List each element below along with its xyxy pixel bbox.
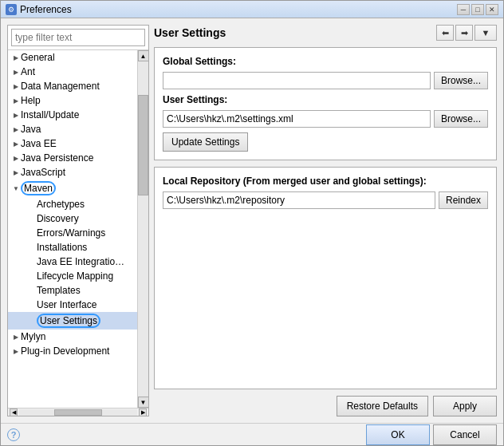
tree-item-data-management[interactable]: Data Management <box>8 79 137 93</box>
window-title: Preferences <box>20 4 457 15</box>
tree-item-help[interactable]: Help <box>8 93 137 108</box>
main-content: General Ant Data Management <box>1 18 503 423</box>
tree-arrow-help <box>11 96 21 105</box>
scroll-track[interactable] <box>138 61 148 397</box>
user-settings-input[interactable] <box>163 110 431 128</box>
tree-container: General Ant Data Management <box>8 50 137 408</box>
tree-arrow-installations <box>27 243 37 252</box>
scroll-left-button[interactable]: ◀ <box>10 409 18 416</box>
tree-item-java-ee-integration[interactable]: Java EE Integratio… <box>8 255 137 269</box>
tree-arrow-discovery <box>27 214 37 223</box>
tree-arrow-ant <box>11 67 21 77</box>
tree-arrow-plugin-development <box>11 346 21 356</box>
preferences-window: ⚙ Preferences ─ □ ✕ General <box>0 0 504 446</box>
tree-item-installations[interactable]: Installations <box>8 240 137 255</box>
tree-arrow-data-management <box>11 81 21 91</box>
title-bar: ⚙ Preferences ─ □ ✕ <box>1 1 503 18</box>
tree-arrow-errors-warnings <box>27 228 37 238</box>
tree-arrow-java-ee-integration <box>27 257 37 266</box>
user-browse-button[interactable]: Browse... <box>434 110 488 128</box>
forward-button[interactable]: ➡ <box>455 25 473 41</box>
tree-label-discovery: Discovery <box>37 213 79 224</box>
tree-item-ant[interactable]: Ant <box>8 65 137 79</box>
ok-button[interactable]: OK <box>366 424 430 445</box>
local-repo-row: Reindex <box>163 191 488 209</box>
tree-label-installations: Installations <box>37 242 87 253</box>
tree-label-plugin-development: Plug-in Development <box>21 345 109 357</box>
global-settings-section: Global Settings: Browse... User Settings… <box>154 47 497 160</box>
scroll-thumb[interactable] <box>138 95 148 195</box>
window-icon: ⚙ <box>6 4 17 15</box>
tree-label-lifecycle-mapping: Lifecycle Mapping <box>37 270 113 282</box>
tree-label-templates: Templates <box>37 285 81 296</box>
tree-item-templates[interactable]: Templates <box>8 283 137 298</box>
tree-label-java-ee: Java EE <box>21 138 57 149</box>
tree-arrow-templates <box>27 286 37 295</box>
tree-arrow-mylyn <box>11 332 21 341</box>
local-repo-input[interactable] <box>163 191 435 209</box>
tree-label-data-management: Data Management <box>21 81 100 92</box>
tree-item-install-update[interactable]: Install/Update <box>8 108 137 122</box>
minimize-button[interactable]: ─ <box>457 4 470 15</box>
tree-with-scroll: General Ant Data Management <box>8 50 148 408</box>
cancel-button[interactable]: Cancel <box>433 424 497 445</box>
tree-item-javascript[interactable]: JavaScript <box>8 165 137 180</box>
user-settings-row: Browse... <box>163 110 488 128</box>
left-panel: General Ant Data Management <box>7 25 149 416</box>
tree-item-plugin-development[interactable]: Plug-in Development <box>8 344 137 358</box>
close-button[interactable]: ✕ <box>486 4 498 15</box>
search-input[interactable] <box>11 29 145 46</box>
tree-arrow-javascript <box>11 168 21 177</box>
tree-label-errors-warnings: Errors/Warnings <box>37 227 105 239</box>
tree-arrow-java-persistence <box>11 153 21 163</box>
tree-label-ant: Ant <box>21 66 35 77</box>
apply-button[interactable]: Apply <box>433 396 497 416</box>
tree-arrow-user-settings <box>27 316 37 326</box>
tree-item-archetypes[interactable]: Archetypes <box>8 197 137 211</box>
tree-arrow-user-interface <box>27 300 37 310</box>
bottom-buttons: Restore Defaults Apply <box>154 396 497 416</box>
tree-item-maven[interactable]: Maven <box>8 180 137 197</box>
tree-item-discovery[interactable]: Discovery <box>8 211 137 226</box>
back-button[interactable]: ⬅ <box>436 25 454 41</box>
tree-item-java-ee[interactable]: Java EE <box>8 136 137 151</box>
restore-button[interactable]: □ <box>471 4 484 15</box>
tree-label-install-update: Install/Update <box>21 109 79 120</box>
tree-item-user-settings[interactable]: User Settings <box>8 312 137 330</box>
scroll-right-button[interactable]: ▶ <box>139 409 147 416</box>
help-icon[interactable]: ? <box>7 428 20 441</box>
global-browse-button[interactable]: Browse... <box>434 72 488 89</box>
horizontal-scrollbar[interactable]: ◀ ▶ <box>8 408 148 416</box>
status-bar: ? OK Cancel <box>1 423 503 445</box>
tree-item-java[interactable]: Java <box>8 122 137 136</box>
tree-label-java-persistence: Java Persistence <box>21 152 93 164</box>
right-panel: User Settings ⬅ ➡ ▼ Global Settings: Bro… <box>154 25 497 416</box>
reindex-button[interactable]: Reindex <box>439 191 488 209</box>
update-settings-button[interactable]: Update Settings <box>163 132 248 152</box>
scroll-thumb-h[interactable] <box>54 409 101 416</box>
tree-item-general[interactable]: General <box>8 50 137 65</box>
dropdown-button[interactable]: ▼ <box>474 25 497 41</box>
nav-buttons: ⬅ ➡ ▼ <box>436 25 497 41</box>
tree-item-errors-warnings[interactable]: Errors/Warnings <box>8 226 137 240</box>
tree-label-user-interface: User Interface <box>37 299 96 310</box>
tree-arrow-maven <box>11 184 21 193</box>
vertical-scrollbar[interactable]: ▲ ▼ <box>137 50 148 408</box>
restore-defaults-button[interactable]: Restore Defaults <box>337 396 428 416</box>
tree-arrow-archetypes <box>27 199 37 209</box>
tree-label-maven: Maven <box>21 181 56 195</box>
tree-item-mylyn[interactable]: Mylyn <box>8 330 137 344</box>
tree-item-java-persistence[interactable]: Java Persistence <box>8 151 137 165</box>
scroll-up-button[interactable]: ▲ <box>138 50 149 61</box>
scroll-track-h[interactable] <box>19 409 137 416</box>
local-repo-label: Local Repository (From merged user and g… <box>163 176 488 187</box>
tree-arrow-java <box>11 124 21 134</box>
tree-label-javascript: JavaScript <box>21 167 65 178</box>
tree-arrow-install-update <box>11 110 21 120</box>
title-bar-buttons: ─ □ ✕ <box>457 4 498 15</box>
scroll-down-button[interactable]: ▼ <box>138 397 149 408</box>
global-settings-input[interactable] <box>163 72 431 89</box>
tree-label-general: General <box>21 52 55 63</box>
tree-item-user-interface[interactable]: User Interface <box>8 298 137 312</box>
tree-item-lifecycle-mapping[interactable]: Lifecycle Mapping <box>8 269 137 283</box>
